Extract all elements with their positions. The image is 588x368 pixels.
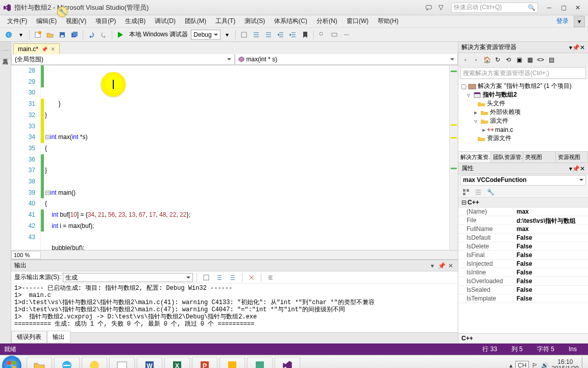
start-button[interactable] — [2, 356, 21, 369]
menu-view[interactable]: 视图(V) — [62, 16, 90, 27]
close-button[interactable]: ✕ — [571, 2, 585, 13]
tray-volume-icon[interactable]: 🔊 — [541, 362, 549, 369]
server-explorer-tab[interactable]: 服务器资源管理器 — [0, 42, 11, 51]
show-desktop-button[interactable] — [582, 357, 586, 369]
solution-search-input[interactable]: 搜索解决方案资源管理器(Ctrl+;) — [460, 67, 586, 79]
taskbar-app4[interactable] — [247, 357, 273, 369]
tray-ime[interactable]: CH — [516, 361, 528, 369]
debug-target-label[interactable]: 本地 Windows 调试器 — [127, 30, 190, 39]
member-combo[interactable]: max(int * s) — [235, 54, 458, 65]
taskbar-app2[interactable] — [109, 357, 135, 369]
debug-prop-button[interactable]: ▾ — [222, 29, 233, 40]
taskbar-vs[interactable] — [275, 357, 300, 369]
tool-btn-a[interactable] — [316, 29, 328, 40]
scope-combo[interactable]: (全局范围) — [11, 54, 235, 65]
menu-architecture[interactable]: 体系结构(C) — [270, 16, 311, 27]
properties-selection[interactable]: max VCCodeFunction — [460, 175, 586, 186]
prop-alpha-icon[interactable] — [473, 187, 484, 198]
uncomment-button[interactable] — [263, 29, 274, 40]
outdent-button[interactable] — [287, 29, 299, 40]
output-clear-button[interactable] — [246, 272, 257, 283]
redo-button[interactable] — [98, 29, 109, 40]
bookmark-button[interactable] — [300, 29, 311, 40]
se-home-icon[interactable]: 🏠 — [482, 55, 492, 65]
minimize-button[interactable]: ─ — [542, 2, 556, 13]
se-tab-team[interactable]: 团队资源管... — [491, 152, 524, 163]
output-tool-2[interactable] — [214, 272, 225, 283]
toolbox-btn1[interactable] — [238, 29, 250, 40]
se-tab-resource[interactable]: 资源视图 — [556, 152, 589, 163]
taskbar-word[interactable]: W — [137, 357, 162, 369]
taskbar-app3[interactable] — [219, 357, 245, 369]
menu-tools[interactable]: 工具(T) — [211, 16, 239, 27]
system-tray[interactable]: ▴ CH 🏳 🔊 16:10 2015/1/29 — [509, 357, 586, 369]
se-fwd-icon[interactable]: ◦ — [471, 55, 481, 65]
taskbar-explorer[interactable] — [27, 357, 52, 369]
se-close-icon[interactable]: ✕ — [580, 44, 585, 51]
sign-in-link[interactable]: 登录 — [556, 17, 569, 26]
user-avatar-icon[interactable]: ▾ — [574, 16, 585, 27]
open-file-button[interactable] — [44, 29, 56, 40]
prop-pin-icon[interactable]: 📌 — [572, 165, 580, 172]
output-tool-3[interactable] — [227, 272, 238, 283]
new-project-button[interactable] — [32, 29, 43, 40]
nav-back-button[interactable] — [3, 29, 14, 40]
vertical-scrollbar[interactable] — [449, 65, 458, 250]
panel-pin-icon[interactable]: 📌 — [437, 262, 446, 270]
debug-config-combo[interactable]: Debug — [191, 30, 220, 40]
se-refresh-icon[interactable]: ↻ — [493, 55, 503, 65]
file-tab-main-c[interactable]: main.c* 📌 ✕ — [13, 43, 60, 54]
comment-button[interactable] — [251, 29, 262, 40]
close-tab-icon[interactable]: ✕ — [51, 46, 55, 53]
output-tool-1[interactable] — [201, 272, 212, 283]
error-list-tab[interactable]: 错误列表 — [11, 331, 47, 343]
output-text[interactable]: 1>------ 已启动生成: 项目: 指针与数组2, 配置: Debug Wi… — [11, 284, 458, 332]
properties-grid[interactable]: ⊟C++ (Name)maxFiled:\test\vs\指针与数组FullNa… — [458, 198, 588, 333]
solution-tree[interactable]: ▢解决方案 "指针与数组2" (1 个项目) ▿指针与数组2 头文件 ▸外部依赖… — [458, 80, 588, 151]
menu-debug[interactable]: 调试(D) — [151, 16, 180, 27]
save-button[interactable] — [57, 29, 68, 40]
prop-close-icon[interactable]: ✕ — [580, 165, 585, 172]
toolbox-tab[interactable]: 工具箱 — [0, 51, 11, 59]
undo-button[interactable] — [86, 29, 97, 40]
tray-flag-icon[interactable]: 🏳 — [532, 362, 538, 369]
horizontal-scrollbar[interactable] — [41, 251, 458, 259]
menu-file[interactable]: 文件(F) — [3, 16, 31, 27]
pin-icon[interactable]: 📌 — [41, 47, 47, 52]
indent-button[interactable] — [275, 29, 286, 40]
menu-help[interactable]: 帮助(H) — [374, 16, 403, 27]
tool-btn-c[interactable] — [341, 29, 352, 40]
nav-forward-button[interactable]: ▾ — [15, 29, 27, 40]
taskbar-ppt[interactable]: P — [192, 357, 217, 369]
zoom-combo[interactable]: 100 % — [11, 251, 41, 259]
se-tab-class[interactable]: 类视图 — [523, 152, 556, 163]
tray-expand-icon[interactable]: ▴ — [509, 362, 512, 369]
prop-categorize-icon[interactable] — [460, 187, 472, 198]
menu-build[interactable]: 生成(B) — [121, 16, 150, 27]
code-content[interactable]: }} ⊟int max(int *s){ } ⊟int main(){ int … — [44, 65, 449, 250]
se-collapse-icon[interactable]: ▣ — [514, 55, 524, 65]
se-tab-solution[interactable]: 解决方案资... — [458, 152, 491, 163]
save-all-button[interactable] — [69, 29, 80, 40]
prop-category-cpp[interactable]: ⊟C++ — [458, 198, 588, 208]
se-pin-icon[interactable]: 📌 — [572, 44, 580, 51]
menu-test[interactable]: 测试(S) — [240, 16, 269, 27]
taskbar-ie[interactable] — [54, 357, 80, 369]
se-prop-icon[interactable]: ▤ — [546, 55, 556, 65]
prop-wrench-icon[interactable]: 🔧 — [485, 187, 496, 198]
output-tab[interactable]: 输出 — [47, 331, 70, 343]
menu-edit[interactable]: 编辑(E) — [32, 16, 61, 27]
menu-analyze[interactable]: 分析(N) — [312, 16, 341, 27]
se-show-all-icon[interactable]: ▦ — [525, 55, 535, 65]
menu-project[interactable]: 项目(P) — [91, 16, 120, 27]
feedback-icon[interactable] — [423, 2, 435, 13]
se-code-icon[interactable]: <> — [535, 55, 546, 65]
menu-window[interactable]: 窗口(W) — [342, 16, 373, 27]
quick-launch-input[interactable]: 快速启动 (Ctrl+Q) 🔍 — [451, 3, 538, 13]
tool-btn-b[interactable] — [329, 29, 340, 40]
output-source-combo[interactable]: 生成 — [63, 273, 193, 282]
panel-dropdown-icon[interactable]: ▾ — [428, 262, 436, 270]
se-view-icon[interactable]: 🔧 — [57, 7, 67, 17]
notifications-icon[interactable] — [435, 2, 447, 13]
code-editor[interactable]: 28293031323334353637383940414243 }} ⊟int… — [11, 65, 458, 250]
